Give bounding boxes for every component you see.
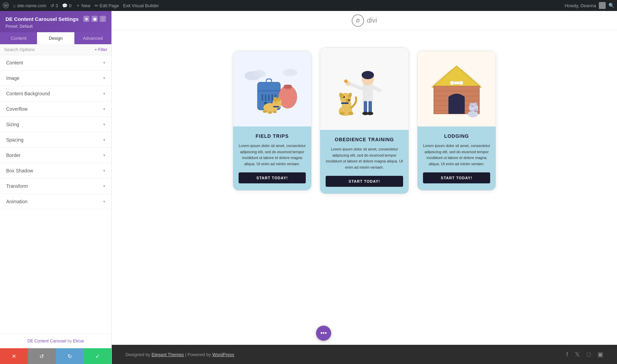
filter-button[interactable]: + Filter — [95, 47, 107, 52]
cancel-button[interactable]: ✕ — [0, 348, 28, 364]
option-content-label: Content — [6, 60, 23, 65]
sidebar-footer: DE Content Carousel by Elicus — [0, 333, 111, 348]
carousel-container: Field Trips Lorem ipsum dolor sit amet, … — [139, 51, 590, 194]
card-field-trips-text: Lorem ipsum dolor sit amet, consectetur … — [239, 143, 306, 167]
chevron-down-icon: ▾ — [103, 137, 105, 142]
more-icon[interactable]: ⋮ — [100, 16, 106, 22]
fab-button[interactable]: ••• — [316, 326, 331, 341]
divi-logo-circle: D — [352, 14, 364, 27]
svg-point-2 — [283, 69, 297, 76]
option-sizing[interactable]: Sizing ▾ — [0, 117, 111, 132]
main-layout: DE Content Carousel Settings ⊞ ▦ ⋮ Prese… — [0, 11, 617, 364]
svg-rect-15 — [284, 85, 292, 88]
instagram-icon[interactable]: □ — [587, 351, 591, 358]
svg-rect-33 — [368, 101, 372, 113]
divi-logo: D divi — [352, 14, 377, 27]
svg-point-60 — [450, 81, 454, 85]
option-spacing[interactable]: Spacing ▾ — [0, 132, 111, 148]
option-image[interactable]: Image ▾ — [0, 71, 111, 86]
sidebar: DE Content Carousel Settings ⊞ ▦ ⋮ Prese… — [0, 11, 112, 364]
card-field-trips: Field Trips Lorem ipsum dolor sit amet, … — [233, 51, 312, 191]
edit-page-link[interactable]: ✏ Edit Page — [95, 3, 119, 8]
chevron-down-icon: ▾ — [103, 122, 105, 127]
rss-icon[interactable]: ▣ — [597, 351, 603, 358]
option-content-background[interactable]: Content Background ▾ — [0, 86, 111, 101]
chevron-down-icon: ▾ — [103, 153, 105, 158]
tab-content[interactable]: Content — [0, 32, 37, 44]
option-coverflow[interactable]: Coverflow ▾ — [0, 101, 111, 117]
admin-bar: ⓦ ⌂ site-name.com ↺ 3 💬 0 ＋ New ✏ Edit P… — [0, 0, 617, 11]
footer-social-links: f 𝕏 □ ▣ — [566, 351, 603, 358]
elegant-themes-link[interactable]: Elegant Themes — [152, 352, 184, 357]
content-area: D divi — [112, 11, 617, 364]
grid-icon[interactable]: ▦ — [92, 16, 98, 22]
footer-credit: Designed by Elegant Themes | Powered by … — [125, 352, 234, 357]
chevron-down-icon: ▾ — [103, 107, 105, 111]
card-obedience-training-text: Lorem ipsum dolor sit amet, consectetur … — [326, 146, 403, 170]
option-sizing-label: Sizing — [6, 122, 19, 127]
expand-icon[interactable]: ⊞ — [83, 16, 89, 22]
site-name[interactable]: ⌂ site-name.com — [13, 3, 46, 8]
option-border[interactable]: Border ▾ — [0, 148, 111, 163]
search-icon[interactable]: 🔍 — [608, 3, 614, 8]
svg-point-23 — [263, 110, 267, 113]
pencil-icon: ✏ — [95, 3, 98, 8]
option-box-shadow[interactable]: Box Shadow ▾ — [0, 163, 111, 179]
card-obedience-training: Obedience Training Lorem ipsum dolor sit… — [320, 47, 409, 194]
card-obedience-training-title: Obedience Training — [326, 137, 403, 142]
redo-button[interactable]: ↻ — [56, 348, 84, 364]
card-lodging-image — [418, 51, 496, 126]
option-animation[interactable]: Animation ▾ — [0, 194, 111, 209]
card-obedience-training-body: Obedience Training Lorem ipsum dolor sit… — [320, 130, 409, 194]
exit-builder-link[interactable]: Exit Visual Builder — [123, 3, 159, 8]
option-transform-label: Transform — [6, 183, 28, 189]
card-obedience-training-image — [320, 48, 409, 130]
svg-point-61 — [459, 81, 463, 85]
sidebar-actions: ✕ ↺ ↻ ✓ — [0, 348, 111, 364]
sidebar-options-list: Content ▾ Image ▾ Content Background ▾ C… — [0, 55, 111, 333]
option-coverflow-label: Coverflow — [6, 106, 27, 112]
author-link[interactable]: Elicus — [73, 339, 84, 343]
by-text: by — [66, 339, 73, 343]
option-content[interactable]: Content ▾ — [0, 55, 111, 71]
svg-rect-11 — [271, 94, 273, 101]
svg-rect-10 — [268, 94, 270, 101]
plugin-link[interactable]: DE Content Carousel — [27, 339, 66, 343]
tab-advanced[interactable]: Advanced — [74, 32, 111, 44]
option-image-label: Image — [6, 75, 20, 81]
chevron-down-icon: ▾ — [103, 76, 105, 81]
svg-rect-32 — [364, 101, 367, 113]
card-field-trips-image — [233, 51, 311, 126]
save-button[interactable]: ✓ — [84, 348, 111, 364]
svg-point-24 — [268, 111, 272, 114]
option-transform[interactable]: Transform ▾ — [0, 179, 111, 194]
revisions-link[interactable]: ↺ 3 — [50, 3, 58, 8]
svg-point-47 — [339, 112, 345, 115]
comments-link[interactable]: 💬 0 — [62, 3, 71, 8]
svg-line-36 — [373, 87, 380, 90]
card-field-trips-button[interactable]: START TODAY! — [239, 172, 306, 183]
card-lodging-button[interactable]: START TODAY! — [423, 172, 490, 183]
facebook-icon[interactable]: f — [566, 351, 568, 358]
chevron-down-icon: ▾ — [103, 199, 105, 204]
chevron-down-icon: ▾ — [103, 168, 105, 173]
avatar — [599, 2, 606, 9]
plus-icon: ＋ — [76, 2, 80, 9]
divi-header: D divi — [112, 11, 617, 30]
sidebar-header: DE Content Carousel Settings ⊞ ▦ ⋮ Prese… — [0, 11, 111, 32]
svg-point-35 — [367, 112, 373, 115]
preset-label[interactable]: Preset: Default — [5, 24, 106, 29]
chevron-down-icon: ▾ — [103, 184, 105, 189]
wp-logo[interactable]: ⓦ — [3, 1, 9, 10]
undo-button[interactable]: ↺ — [28, 348, 56, 364]
svg-line-29 — [349, 84, 363, 89]
tab-design[interactable]: Design — [37, 32, 74, 44]
search-options-label[interactable]: Search Options — [4, 47, 35, 52]
twitter-x-icon[interactable]: 𝕏 — [575, 351, 580, 358]
svg-rect-22 — [273, 106, 279, 107]
wordpress-link[interactable]: WordPress — [212, 352, 234, 357]
svg-point-48 — [348, 112, 353, 115]
new-link[interactable]: ＋ New — [76, 2, 90, 9]
card-obedience-training-button[interactable]: START TODAY! — [326, 176, 403, 187]
svg-rect-4 — [257, 90, 280, 92]
